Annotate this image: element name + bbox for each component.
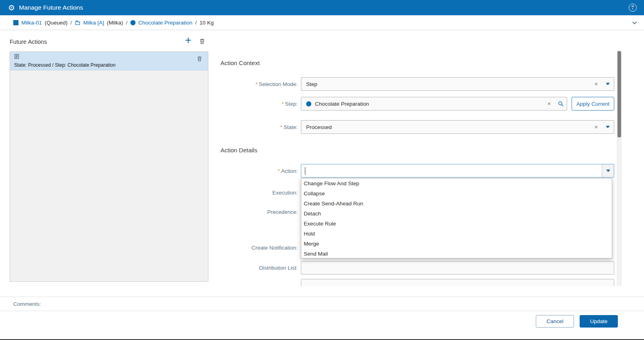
breadcrumb-quantity: 10 Kg	[200, 20, 214, 26]
list-item[interactable]: State: Processed / Step: Chocolate Prepa…	[10, 52, 208, 70]
required-marker: *	[278, 168, 280, 174]
step-status-icon	[306, 101, 311, 107]
search-icon[interactable]	[555, 101, 567, 107]
dropdown-option[interactable]: Merge	[301, 239, 612, 249]
list-item-label: State: Processed / Step: Chocolate Prepa…	[14, 62, 115, 68]
dropdown-arrow-icon[interactable]	[602, 121, 614, 133]
dropdown-option[interactable]: Send Mail	[301, 249, 612, 258]
breadcrumb-separator: /	[195, 20, 197, 26]
dropdown-option[interactable]: Detach	[301, 209, 612, 219]
chevron-down-icon[interactable]	[632, 20, 638, 26]
app-header: ⚙ Manage Future Actions ?	[0, 0, 644, 15]
dropdown-option[interactable]: Execute Rule	[301, 219, 612, 229]
dropdown-option[interactable]: Hold	[301, 229, 612, 239]
create-notification-label: Create Notification:	[201, 245, 298, 251]
state-value: Processed	[301, 124, 591, 130]
distribution-list-input[interactable]	[301, 261, 614, 274]
required-marker: *	[280, 124, 282, 130]
distribution-list-label: Distribution List:	[201, 265, 298, 271]
breadcrumb-lot-link[interactable]: Milka-01	[21, 20, 42, 26]
selection-mode-combobox[interactable]: Step ✕	[301, 77, 614, 91]
dropdown-arrow-icon[interactable]	[602, 164, 614, 177]
selection-mode-label: *Selection Mode:	[201, 81, 298, 87]
section-action-context: Action Context	[220, 59, 260, 66]
action-document-icon	[14, 54, 19, 59]
state-label: *State:	[201, 124, 298, 130]
breadcrumb: Milka-01 (Queued) / Milka [A] (Milka) / …	[0, 15, 644, 30]
comments-section-header[interactable]: Comments:	[0, 297, 644, 311]
required-marker: *	[255, 81, 257, 87]
section-action-details: Action Details	[220, 147, 257, 154]
clear-icon[interactable]: ✕	[591, 82, 602, 87]
gear-icon: ⚙	[8, 4, 15, 12]
breadcrumb-separator: /	[126, 20, 128, 26]
clipped-field	[301, 279, 614, 286]
cancel-button[interactable]: Cancel	[536, 315, 574, 328]
lot-status-icon	[13, 20, 19, 25]
action-combobox[interactable]	[301, 164, 614, 178]
clear-icon[interactable]: ✕	[591, 125, 602, 130]
text-cursor	[305, 167, 305, 175]
future-actions-title: Future Actions	[10, 39, 47, 45]
breadcrumb-lot-status: (Queued)	[45, 20, 68, 26]
step-status-icon	[130, 20, 136, 25]
action-label: *Action:	[201, 168, 298, 174]
step-combobox[interactable]: Chocolate Preparation ✕	[301, 97, 567, 111]
breadcrumb-material-name: (Milka)	[107, 20, 123, 26]
action-dropdown-panel: Change Flow And Step Collapse Create Sen…	[301, 178, 612, 258]
delete-actions-icon[interactable]	[199, 38, 205, 44]
dropdown-option[interactable]: Create Send-Ahead Run	[301, 199, 612, 209]
material-icon	[75, 20, 80, 25]
precedence-label: Precedence:	[201, 209, 298, 215]
comments-label: Comments:	[13, 301, 41, 307]
add-action-button[interactable]: +	[185, 35, 191, 46]
breadcrumb-step-link[interactable]: Chocolate Preparation	[138, 20, 192, 26]
dropdown-arrow-icon[interactable]	[602, 78, 614, 90]
chevron-up-icon[interactable]	[632, 4, 638, 10]
delete-item-icon[interactable]	[197, 56, 202, 61]
dropdown-option[interactable]: Change Flow And Step	[301, 178, 612, 188]
clear-icon[interactable]: ✕	[543, 101, 555, 107]
page-title: Manage Future Actions	[19, 4, 83, 11]
required-marker: *	[282, 101, 284, 107]
selection-mode-value: Step	[301, 81, 591, 87]
step-value: Chocolate Preparation	[315, 101, 543, 107]
apply-current-button[interactable]: Apply Current	[572, 97, 614, 111]
breadcrumb-material-link[interactable]: Milka [A]	[83, 20, 104, 26]
update-button[interactable]: Update	[580, 315, 618, 328]
scrollbar-thumb[interactable]	[617, 51, 621, 137]
state-combobox[interactable]: Processed ✕	[301, 120, 614, 134]
dropdown-option[interactable]: Collapse	[301, 188, 612, 199]
future-actions-list: State: Processed / Step: Chocolate Prepa…	[10, 51, 208, 282]
execution-label: Execution:	[201, 190, 298, 196]
breadcrumb-separator: /	[70, 20, 72, 26]
step-label: *Step:	[201, 101, 298, 107]
